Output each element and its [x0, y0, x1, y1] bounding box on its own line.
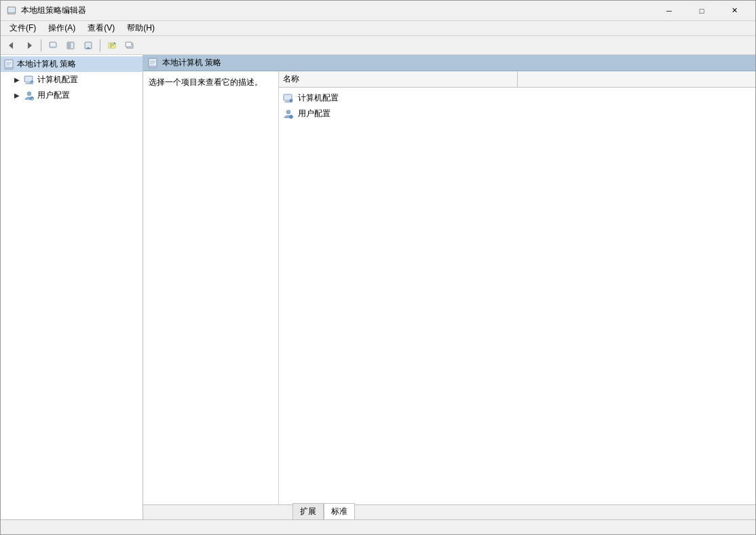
list-user-icon: [283, 109, 294, 119]
maximize-button[interactable]: □: [686, 4, 717, 18]
column-description: [518, 71, 756, 87]
right-panel-title: 本地计算机 策略: [162, 57, 221, 69]
list-header: 名称: [279, 71, 755, 88]
svg-rect-2: [9, 12, 14, 13]
content-area: 选择一个项目来查看它的描述。 名称: [143, 71, 755, 504]
svg-rect-7: [50, 43, 56, 46]
svg-rect-3: [7, 14, 16, 15]
list-item-computer-label: 计算机配置: [298, 92, 339, 104]
show-hide-button[interactable]: [62, 38, 79, 53]
toolbar-separator-1: [41, 39, 41, 52]
tree-item-user-label: 用户配置: [37, 90, 70, 101]
svg-marker-5: [28, 42, 32, 49]
close-button[interactable]: ✕: [719, 4, 750, 18]
list-item-computer[interactable]: 计算机配置: [279, 90, 755, 106]
menu-action[interactable]: 操作(A): [42, 20, 81, 36]
svg-marker-19: [114, 42, 116, 44]
computer-icon: ⚙: [24, 75, 35, 86]
help-button[interactable]: [104, 38, 120, 53]
menu-view[interactable]: 查看(V): [81, 20, 121, 36]
tree-expander-user: ▶: [14, 92, 22, 99]
title-bar: 本地组策略编辑器 ─ □ ✕: [1, 1, 755, 21]
tree-root-label: 本地计算机 策略: [17, 58, 76, 70]
user-config-icon: ⚙: [24, 90, 35, 101]
svg-rect-11: [71, 43, 73, 48]
policy-icon: [3, 59, 14, 70]
menu-file[interactable]: 文件(F): [3, 20, 42, 36]
column-name: 名称: [279, 71, 518, 87]
back-button[interactable]: [3, 38, 20, 53]
menu-bar: 文件(F) 操作(A) 查看(V) 帮助(H): [1, 21, 755, 36]
svg-point-50: [286, 110, 290, 114]
svg-point-36: [27, 92, 31, 96]
svg-rect-46: [284, 95, 291, 100]
list-item-user-label: 用户配置: [298, 108, 330, 119]
description-pane: 选择一个项目来查看它的描述。: [143, 71, 279, 504]
window-controls: ─ □ ✕: [654, 4, 750, 18]
status-bar: [1, 519, 755, 534]
right-panel-header: 本地计算机 策略: [143, 55, 755, 71]
minimize-button[interactable]: ─: [654, 4, 685, 18]
svg-text:⚙: ⚙: [31, 81, 33, 84]
svg-rect-29: [5, 67, 13, 69]
toolbar: [1, 36, 755, 55]
svg-rect-8: [50, 47, 56, 48]
toolbar-separator-2: [100, 39, 100, 52]
tree-expander-computer: ▶: [14, 76, 22, 84]
tree-item-computer[interactable]: ▶ ⚙ 计算机配置: [1, 72, 143, 88]
list-pane: 名称 计算机配置: [279, 71, 755, 504]
tree-item-user[interactable]: ▶ ⚙ 用户配置: [1, 88, 143, 103]
menu-help[interactable]: 帮助(H): [121, 20, 161, 36]
up-button[interactable]: [45, 38, 61, 53]
main-area: 本地计算机 策略 ▶ ⚙ 计算机配置 ▶: [1, 55, 755, 519]
action-button[interactable]: [80, 38, 96, 53]
list-computer-icon: [283, 93, 294, 104]
tab-standard[interactable]: 标准: [324, 503, 355, 519]
svg-rect-40: [149, 59, 156, 65]
right-panel: 本地计算机 策略 选择一个项目来查看它的描述。 名称: [143, 55, 755, 519]
tree-panel: 本地计算机 策略 ▶ ⚙ 计算机配置 ▶: [1, 55, 143, 519]
svg-point-51: [290, 115, 293, 118]
svg-point-49: [290, 99, 292, 102]
svg-text:⚙: ⚙: [31, 97, 33, 100]
tree-item-computer-label: 计算机配置: [37, 74, 78, 86]
tree-root[interactable]: 本地计算机 策略: [1, 56, 143, 72]
list-item-user[interactable]: 用户配置: [279, 106, 755, 122]
tab-bar: 扩展 标准: [143, 504, 755, 519]
svg-rect-44: [149, 66, 157, 67]
app-icon: [6, 5, 17, 16]
right-header-icon: [147, 58, 158, 69]
tab-expand[interactable]: 扩展: [292, 503, 324, 519]
svg-rect-23: [126, 43, 131, 46]
window-title: 本地组策略编辑器: [21, 5, 654, 16]
description-text: 选择一个项目来查看它的描述。: [149, 77, 263, 87]
svg-rect-1: [8, 7, 15, 12]
forward-button[interactable]: [21, 38, 37, 53]
svg-rect-10: [68, 43, 71, 48]
svg-rect-25: [5, 60, 12, 67]
new-window-button[interactable]: [121, 38, 138, 53]
svg-rect-13: [86, 43, 91, 48]
list-items: 计算机配置 用户配置: [279, 88, 755, 124]
main-window: 本地组策略编辑器 ─ □ ✕ 文件(F) 操作(A) 查看(V) 帮助(H): [0, 0, 756, 535]
svg-marker-4: [9, 42, 13, 49]
